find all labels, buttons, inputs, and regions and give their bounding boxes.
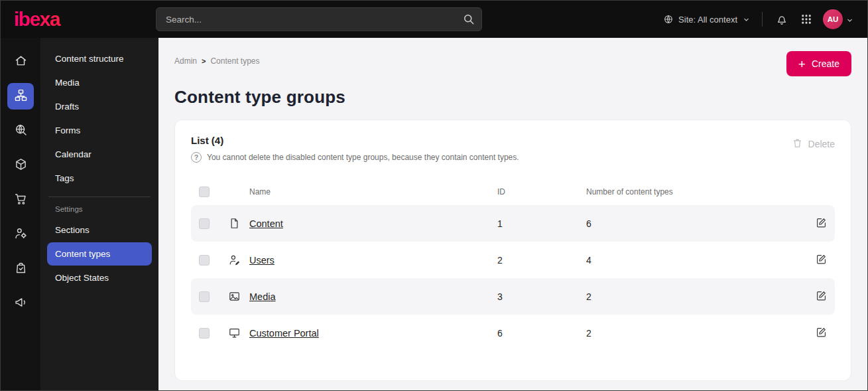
group-count: 4 [586,255,807,266]
search-input[interactable] [156,7,482,31]
group-id: 3 [497,291,586,302]
help-icon: ? [191,152,202,163]
create-button[interactable]: + Create [786,51,851,76]
row-checkbox[interactable] [199,328,210,339]
group-id: 6 [497,328,586,339]
edit-button[interactable] [807,215,835,232]
notifications-button[interactable] [774,11,790,27]
content-file-icon [228,217,241,230]
ibexa-logo[interactable]: ibexa [14,8,156,31]
page-title: Content type groups [174,87,851,108]
sidebar-item-calendar[interactable]: Calendar [47,143,152,166]
table-row: Users 2 4 [191,242,835,278]
rail-item-marketing[interactable] [7,290,34,317]
info-text: You cannot delete the disabled content t… [207,153,519,162]
global-search [156,7,663,31]
chevron-down-icon [845,15,854,24]
user-settings-icon [14,226,28,243]
media-image-icon [228,290,241,303]
group-count: 2 [586,328,807,339]
content-type-groups-table: Name ID Number of content types Content … [191,179,835,351]
rail-item-orders[interactable] [7,256,34,282]
edit-icon [815,221,828,231]
globe-icon [663,14,674,25]
app-switcher-button[interactable] [798,11,814,27]
breadcrumb: Admin>Content types [174,51,260,66]
users-icon [228,254,241,266]
sidebar-item-media[interactable]: Media [47,71,152,94]
home-icon [14,54,28,70]
sidebar-item-sections[interactable]: Sections [47,218,152,242]
content-tree-icon [14,88,28,105]
delete-button-label: Delete [808,139,835,149]
sidebar-item-object-states[interactable]: Object States [47,266,152,289]
edit-icon [815,331,828,341]
search-icon[interactable] [462,13,475,26]
content-type-groups-card: List (4) ? You cannot delete the disable… [174,119,851,381]
megaphone-icon [14,295,28,312]
create-button-label: Create [812,58,839,69]
app-grid-icon [800,13,813,26]
user-menu[interactable]: AU [823,9,854,29]
edit-icon [815,294,828,304]
delete-button[interactable]: Delete [792,137,835,151]
chevron-down-icon [742,15,751,24]
edit-button[interactable] [807,252,835,269]
main-content: Admin>Content types + Create Content typ… [158,38,867,390]
table-row: Media 3 2 [191,278,835,315]
customer-portal-icon [228,327,241,339]
breadcrumb-separator: > [202,57,206,65]
sidebar: Content structure Media Drafts Forms Cal… [40,38,158,390]
rail-item-content[interactable] [7,83,34,110]
group-count: 6 [586,218,807,229]
table-header-row: Name ID Number of content types [191,179,835,205]
trash-icon [792,137,803,151]
rail-item-commerce[interactable] [7,187,34,213]
list-title: List (4) [191,135,519,146]
group-link-customer-portal[interactable]: Customer Portal [249,328,497,339]
group-count: 2 [586,291,807,302]
plus-icon: + [798,58,806,70]
rail-item-product-catalog[interactable] [7,152,34,179]
sidebar-item-tags[interactable]: Tags [47,167,152,190]
icon-rail [1,38,40,390]
sidebar-item-content-types[interactable]: Content types [47,242,152,266]
group-id: 1 [497,218,586,229]
edit-button[interactable] [807,325,835,342]
column-header-id: ID [497,187,586,196]
row-checkbox[interactable] [199,255,210,266]
table-row: Content 1 6 [191,205,835,242]
group-link-media[interactable]: Media [249,291,497,302]
breadcrumb-admin[interactable]: Admin [174,56,197,66]
topbar-divider [762,12,763,27]
sidebar-divider [48,196,151,197]
product-catalog-icon [14,157,28,174]
topbar-controls: Site: All context AU [663,9,854,29]
row-checkbox[interactable] [199,291,210,302]
sidebar-item-drafts[interactable]: Drafts [47,95,152,118]
select-all-checkbox[interactable] [199,187,210,197]
app-window: ibexa Site: All context [0,0,868,391]
sidebar-item-forms[interactable]: Forms [47,119,152,142]
site-search-globe-icon [14,123,28,139]
topbar: ibexa Site: All context [1,1,867,38]
row-checkbox[interactable] [199,218,210,229]
group-link-users[interactable]: Users [249,255,497,266]
rail-item-dashboard[interactable] [7,48,34,75]
rail-item-admin[interactable] [7,221,34,248]
group-link-content[interactable]: Content [249,218,497,229]
sidebar-section-label: Settings [47,202,152,218]
site-context-selector[interactable]: Site: All context [663,14,751,25]
sidebar-item-content-structure[interactable]: Content structure [47,47,152,70]
order-bag-icon [14,261,28,277]
breadcrumb-current[interactable]: Content types [210,56,259,66]
table-row: Customer Portal 6 2 [191,315,835,351]
site-context-label: Site: All context [678,15,737,25]
bell-icon [775,13,788,26]
edit-button[interactable] [807,288,835,305]
avatar: AU [823,9,843,29]
column-header-count: Number of content types [586,187,807,196]
group-id: 2 [497,255,586,266]
edit-icon [815,258,828,268]
rail-item-search[interactable] [7,117,34,144]
